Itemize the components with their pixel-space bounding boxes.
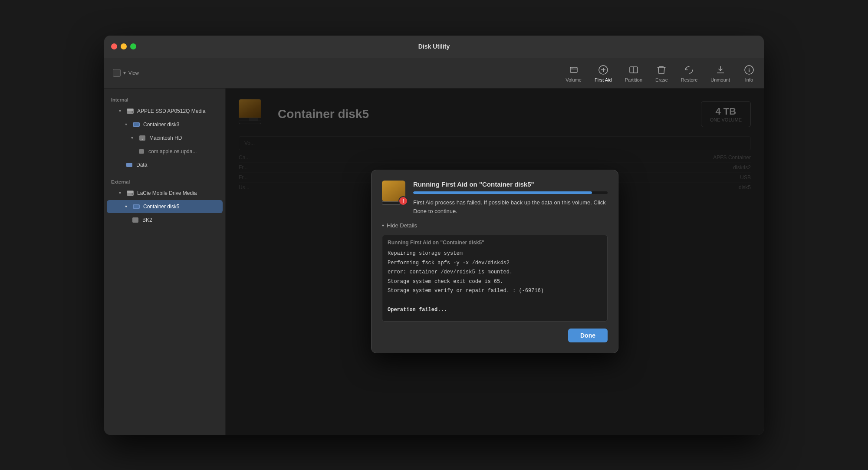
container-icon (132, 202, 141, 211)
external-label: External (104, 176, 225, 186)
main-window: Disk Utility ▾ View Volume (104, 36, 764, 435)
erase-label: Erase (655, 77, 668, 82)
sidebar-item-apple-ssd[interactable]: ▾ APPLE SSD AP0512Q Media (107, 105, 223, 118)
details-chevron-icon: ▾ (382, 223, 384, 228)
volume-icon (131, 216, 140, 224)
toolbar-partition[interactable]: Partition (625, 64, 642, 82)
details-line-7: Operation failed... (388, 306, 602, 315)
sidebar-item-label: com.apple.os.upda... (148, 148, 197, 154)
unmount-label: Unmount (710, 77, 730, 82)
unmount-icon (714, 64, 727, 76)
toolbar-volume[interactable]: Volume (566, 64, 582, 82)
dialog-drive-icon: ! (382, 181, 406, 205)
error-badge: ! (398, 196, 408, 206)
svg-rect-19 (139, 149, 144, 154)
sidebar-item-lacie[interactable]: ▾ LaCie Mobile Drive Media (107, 187, 223, 200)
svg-point-18 (142, 138, 143, 140)
overlay-backdrop: ! Running First Aid on "Container disk5"… (226, 89, 764, 435)
hide-details-toggle[interactable]: ▾ Hide Details (382, 220, 608, 230)
sidebar-item-bk2[interactable]: BK2 (107, 214, 223, 227)
dialog-title-section: Running First Aid on "Container disk5" F… (413, 181, 608, 215)
chevron-icon: ▾ (119, 108, 123, 113)
maximize-button[interactable] (130, 43, 136, 49)
partition-label: Partition (625, 77, 642, 82)
toolbar-info[interactable]: Info (743, 64, 755, 82)
svg-point-23 (132, 193, 133, 195)
toolbar-erase[interactable]: Erase (655, 64, 668, 82)
svg-point-2 (572, 68, 572, 69)
chevron-icon: ▾ (131, 135, 135, 140)
svg-rect-13 (127, 109, 133, 111)
sidebar-item-data[interactable]: Data (107, 158, 223, 171)
volume-icon (125, 161, 134, 169)
first-aid-dialog: ! Running First Aid on "Container disk5"… (371, 170, 618, 353)
volume-icon (138, 134, 147, 142)
toolbar-first-aid[interactable]: First Aid (595, 64, 612, 82)
info-label: Info (745, 77, 753, 82)
volume-icon (137, 147, 146, 156)
done-button[interactable]: Done (568, 329, 608, 342)
restore-icon (683, 64, 695, 76)
svg-rect-20 (126, 163, 132, 167)
view-control[interactable]: ▾ View (113, 69, 139, 77)
sidebar-item-container-disk5[interactable]: ▾ Container disk5 (107, 200, 223, 213)
dialog-footer: Done (382, 329, 608, 342)
toolbar: ▾ View Volume (104, 58, 764, 89)
sidebar-item-label: BK2 (142, 217, 152, 223)
svg-point-14 (132, 111, 133, 113)
restore-label: Restore (681, 77, 698, 82)
details-toggle-label: Hide Details (387, 222, 417, 229)
volume-icon (568, 64, 580, 76)
view-label[interactable]: View (128, 70, 139, 76)
details-line-6 (388, 296, 602, 306)
internal-label: Internal (104, 94, 225, 104)
details-line-4: Storage system check exit code is 65. (388, 277, 602, 287)
sidebar-item-update[interactable]: com.apple.os.upda... (107, 145, 223, 158)
minimize-button[interactable] (121, 43, 127, 49)
details-box[interactable]: Running First Aid on "Container disk5" R… (382, 235, 608, 322)
info-icon (743, 64, 755, 76)
close-button[interactable] (111, 43, 117, 49)
traffic-lights (111, 43, 136, 49)
drive-icon (126, 189, 135, 197)
details-line-2: Performing fsck_apfs -y -x /dev/disk4s2 (388, 259, 602, 268)
dialog-header: ! Running First Aid on "Container disk5"… (382, 181, 608, 215)
drive-icon (126, 107, 135, 115)
volume-label: Volume (566, 77, 582, 82)
sidebar-item-macintosh-hd[interactable]: ▾ Macintosh HD (107, 131, 223, 145)
title-bar: Disk Utility (104, 36, 764, 58)
progress-bar-fill (413, 191, 592, 194)
dialog-message: First Aid process has failed. If possibl… (413, 198, 608, 215)
sidebar-item-label: Container disk5 (143, 204, 179, 210)
toolbar-items: Volume First Aid (156, 64, 755, 82)
details-line-5: Storage system verify or repair failed. … (388, 286, 602, 296)
svg-point-11 (749, 68, 750, 69)
partition-icon (628, 64, 640, 76)
details-header: Running First Aid on "Container disk5" (388, 240, 602, 246)
toolbar-restore[interactable]: Restore (681, 64, 698, 82)
window-title: Disk Utility (418, 43, 450, 50)
details-line-1: Repairing storage system (388, 249, 602, 259)
chevron-icon: ▾ (125, 122, 129, 127)
title-bar-center: Disk Utility (418, 43, 450, 50)
details-line-3: error: container /dev/rdisk5 is mounted. (388, 268, 602, 277)
toolbar-unmount[interactable]: Unmount (710, 64, 730, 82)
first-aid-label: First Aid (595, 77, 612, 82)
sidebar-item-label: Container disk3 (143, 122, 179, 128)
sidebar-item-container-disk3[interactable]: ▾ Container disk3 (107, 118, 223, 131)
progress-bar (413, 191, 608, 194)
svg-rect-26 (132, 217, 138, 223)
svg-rect-16 (134, 123, 139, 126)
sidebar-item-label: Macintosh HD (149, 135, 182, 141)
svg-rect-22 (127, 191, 133, 193)
erase-icon (655, 64, 667, 76)
first-aid-icon (597, 64, 609, 76)
svg-rect-0 (570, 67, 577, 72)
view-checkbox[interactable] (113, 69, 121, 77)
view-chevron-icon: ▾ (123, 70, 126, 76)
dialog-title: Running First Aid on "Container disk5" (413, 181, 608, 188)
container-icon (132, 120, 141, 129)
chevron-icon: ▾ (125, 204, 129, 209)
sidebar-item-label: LaCie Mobile Drive Media (137, 190, 197, 196)
chevron-icon: ▾ (119, 191, 123, 195)
